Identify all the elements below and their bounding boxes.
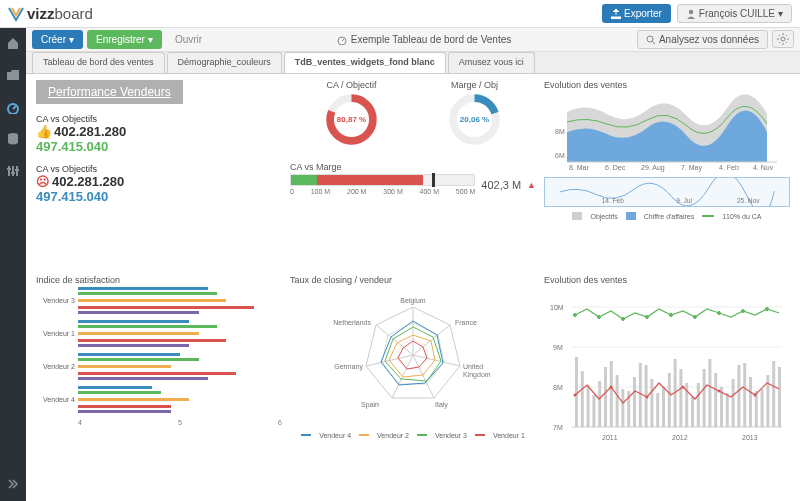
svg-point-103: [574, 393, 577, 396]
svg-text:9. Jul: 9. Jul: [676, 197, 692, 204]
svg-rect-82: [714, 373, 717, 427]
open-button[interactable]: Ouvrir: [166, 30, 211, 49]
gear-icon: [777, 33, 789, 45]
thumbs-up-icon: 👍: [36, 124, 52, 139]
svg-line-33: [413, 355, 460, 366]
svg-rect-66: [621, 389, 624, 427]
nav-settings-icon[interactable]: [4, 162, 22, 180]
svg-rect-4: [12, 166, 14, 176]
export-icon: [611, 9, 621, 19]
svg-rect-72: [656, 393, 659, 427]
perf-title: Performance Vendeurs: [36, 80, 183, 104]
hbar-row: [36, 344, 282, 347]
svg-point-11: [781, 37, 785, 41]
nav-expand-icon[interactable]: [4, 475, 22, 493]
nav-data-icon[interactable]: [4, 130, 22, 148]
dashboard-title: Exemple Tableau de bord de Ventes: [337, 34, 512, 45]
panel-evolution-1: Evolution des ventes 8M6M 8. Mar6. Dec29…: [544, 80, 790, 267]
donut1-title: CA / Objectif: [324, 80, 379, 90]
nav-home-icon[interactable]: [4, 34, 22, 52]
svg-text:Italy: Italy: [435, 401, 448, 409]
kpi1-label: CA vs Objectifs: [36, 114, 282, 124]
svg-rect-93: [778, 367, 781, 427]
hbar-row: [36, 386, 282, 389]
svg-text:14. Feb: 14. Feb: [602, 197, 624, 204]
tab-3[interactable]: Amusez vous ici: [448, 52, 535, 73]
kpi-2: CA vs Objectifs ☹402.281.280 497.415.040: [36, 164, 282, 204]
sparkline[interactable]: 14. Feb9. Jul25. Nov: [544, 177, 790, 207]
kpi-1: CA vs Objectifs 👍402.281.280 497.415.040: [36, 114, 282, 154]
hbar-row: [36, 287, 282, 290]
radar-title: Taux de closing / vendeur: [290, 275, 536, 285]
tab-1[interactable]: Démographie_couleurs: [167, 52, 282, 73]
area-chart: 8M6M 8. Mar6. Dec29. Aug7. May4. Feb4. N…: [544, 92, 790, 172]
toolbar: Créer ▾ Enregistrer ▾ Ouvrir Exemple Tab…: [26, 28, 800, 52]
donut-marge-obj: Marge / Obj 20,06 %: [447, 80, 502, 158]
panel-satisfaction: Indice de satisfaction Vendeur 3Vendeur …: [36, 275, 282, 496]
svg-text:Belgium: Belgium: [400, 297, 425, 305]
sad-icon: ☹: [36, 174, 50, 189]
svg-point-104: [610, 385, 613, 388]
svg-point-106: [682, 385, 685, 388]
svg-rect-64: [610, 361, 613, 427]
svg-text:29. Aug: 29. Aug: [641, 164, 665, 172]
hbar-row: Vendeur 3: [36, 297, 282, 304]
donut-ca-objectif: CA / Objectif 80,87 %: [324, 80, 379, 158]
hbar-row: [36, 325, 282, 328]
warning-icon: ▲: [527, 180, 536, 190]
svg-rect-8: [15, 169, 19, 171]
svg-text:2013: 2013: [742, 434, 758, 441]
svg-point-107: [718, 389, 721, 392]
hbar-row: [36, 358, 282, 361]
nav-dashboard-icon[interactable]: [4, 98, 22, 116]
svg-point-102: [766, 307, 769, 310]
svg-rect-63: [604, 367, 607, 427]
kpi1-v2: 497.415.040: [36, 139, 282, 154]
combo-chart: 10M9M8M7M 201120122013: [544, 287, 790, 447]
svg-text:6M: 6M: [555, 152, 565, 159]
svg-rect-59: [581, 371, 584, 427]
svg-point-94: [574, 313, 577, 316]
svg-point-95: [598, 315, 601, 318]
svg-rect-84: [726, 393, 729, 427]
svg-point-0: [689, 9, 693, 13]
settings-button[interactable]: [772, 30, 794, 48]
svg-text:7M: 7M: [553, 424, 563, 431]
tab-2[interactable]: TdB_ventes_widgets_fond blanc: [284, 52, 446, 73]
dashboard-icon: [337, 35, 347, 45]
kpi1-v1: 402.281.280: [54, 124, 126, 139]
save-button[interactable]: Enregistrer ▾: [87, 30, 162, 49]
svg-rect-73: [662, 387, 665, 427]
svg-text:Spain: Spain: [361, 401, 379, 409]
hbar-row: [36, 377, 282, 380]
export-button[interactable]: Exporter: [602, 4, 671, 23]
tab-0[interactable]: Tableau de bord des ventes: [32, 52, 165, 73]
analyze-button[interactable]: Analysez vos données: [637, 30, 768, 49]
donut1-value: 80,87 %: [324, 115, 379, 124]
svg-rect-92: [772, 361, 775, 427]
gauge-title: CA vs Marge: [290, 162, 536, 172]
svg-rect-90: [761, 389, 764, 427]
svg-rect-65: [616, 375, 619, 427]
hbar-row: [36, 306, 282, 309]
svg-text:United: United: [463, 363, 483, 370]
gauge-ca-marge: CA vs Marge 0100 M200 M300 M400 M500 M 4…: [290, 162, 536, 195]
svg-rect-86: [737, 365, 740, 427]
search-icon: [646, 35, 656, 45]
donut2-title: Marge / Obj: [447, 80, 502, 90]
svg-text:25. Nov: 25. Nov: [737, 197, 760, 204]
evo1-title: Evolution des ventes: [544, 80, 790, 90]
panel-donuts-gauge: CA / Objectif 80,87 % Marge / Obj 20,06 …: [290, 80, 536, 267]
svg-rect-61: [592, 395, 595, 427]
svg-point-108: [754, 393, 757, 396]
hbar-row: [36, 292, 282, 295]
hbar-row: [36, 410, 282, 413]
create-button[interactable]: Créer ▾: [32, 30, 83, 49]
user-menu[interactable]: François CUILLE ▾: [677, 4, 792, 23]
content: Performance Vendeurs CA vs Objectifs 👍40…: [26, 74, 800, 501]
svg-point-96: [622, 317, 625, 320]
svg-rect-62: [598, 381, 601, 427]
nav-folder-icon[interactable]: [4, 66, 22, 84]
svg-text:10M: 10M: [550, 304, 564, 311]
kpi2-v1: 402.281.280: [52, 174, 124, 189]
